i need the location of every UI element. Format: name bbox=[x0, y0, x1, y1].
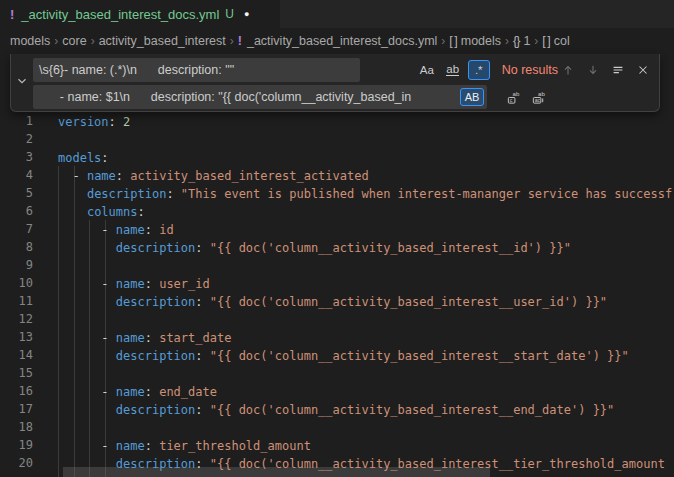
breadcrumb-item[interactable]: !_activity_based_interest_docs.yml bbox=[238, 34, 438, 48]
code-line[interactable]: 13 - name: start_date bbox=[0, 328, 674, 346]
code-line-content: description: "{{ doc('column__activity_b… bbox=[58, 403, 614, 417]
line-number: 13 bbox=[0, 328, 33, 346]
arrow-up-icon bbox=[561, 63, 575, 77]
breadcrumb-separator-icon: › bbox=[441, 34, 445, 48]
code-line[interactable]: 17 description: "{{ doc('column__activit… bbox=[0, 400, 674, 418]
whole-word-toggle[interactable]: ab bbox=[442, 60, 464, 80]
replace-input[interactable]: - name: $1\n description: "{{ doc('colum… bbox=[33, 85, 487, 109]
line-number: 18 bbox=[0, 418, 33, 436]
toggle-replace-button[interactable] bbox=[11, 54, 32, 111]
code-line[interactable]: 4 - name: activity_based_interest_activa… bbox=[0, 166, 674, 184]
code-line[interactable]: 15 bbox=[0, 364, 674, 382]
vscode-window: ! _activity_based_interest_docs.yml U ● … bbox=[0, 0, 674, 477]
previous-match-button[interactable] bbox=[558, 60, 578, 80]
replace-all-button[interactable]: ab ac bbox=[528, 87, 548, 107]
code-line[interactable]: 18 bbox=[0, 418, 674, 436]
breadcrumb-item[interactable]: [ ]col bbox=[542, 34, 569, 48]
code-line[interactable]: 19 - name: tier_threshold_amount bbox=[0, 436, 674, 454]
breadcrumb-separator-icon: › bbox=[230, 34, 234, 48]
breadcrumb-label: col bbox=[554, 34, 570, 48]
code-line-content: - name: tier_threshold_amount bbox=[58, 439, 311, 453]
breadcrumb-item[interactable]: core bbox=[62, 34, 86, 48]
replace-icon: ab c bbox=[506, 90, 521, 105]
breadcrumb-separator-icon: › bbox=[534, 34, 538, 48]
find-in-selection-button[interactable] bbox=[608, 60, 628, 80]
line-number: 16 bbox=[0, 382, 33, 400]
code-line[interactable]: 5 description: "This event is published … bbox=[0, 184, 674, 202]
code-line-content: - name: start_date bbox=[58, 331, 231, 345]
symbol-icon: {} bbox=[513, 34, 519, 48]
git-untracked-badge: U bbox=[225, 7, 234, 21]
breadcrumb-item[interactable]: models bbox=[10, 34, 50, 48]
replace-row: - name: $1\n description: "{{ doc('colum… bbox=[33, 85, 653, 109]
line-number: 19 bbox=[0, 436, 33, 454]
match-case-toggle[interactable]: Aa bbox=[416, 60, 438, 80]
editor[interactable]: 1version: 223models:4 - name: activity_b… bbox=[0, 54, 674, 477]
replace-button[interactable]: ab c bbox=[503, 87, 523, 107]
code-line[interactable]: 1version: 2 bbox=[0, 112, 674, 130]
code-line[interactable]: 3models: bbox=[0, 148, 674, 166]
code-line[interactable]: 16 - name: end_date bbox=[0, 382, 674, 400]
code-line[interactable]: 6 columns: bbox=[0, 202, 674, 220]
breadcrumb-separator-icon: › bbox=[505, 34, 509, 48]
code-line-content: models: bbox=[58, 151, 109, 165]
breadcrumb-label: _activity_based_interest_docs.yml bbox=[247, 34, 437, 48]
find-input[interactable]: \s{6}- name: (.*)\n description: "" bbox=[33, 58, 360, 82]
code-line[interactable]: 8 description: "{{ doc('column__activity… bbox=[0, 238, 674, 256]
code-line[interactable]: 11 description: "{{ doc('column__activit… bbox=[0, 292, 674, 310]
code-line[interactable]: 2 bbox=[0, 130, 674, 148]
replace-all-icon: ab ac bbox=[531, 90, 546, 105]
code-line[interactable]: 14 description: "{{ doc('column__activit… bbox=[0, 346, 674, 364]
line-number: 3 bbox=[0, 148, 33, 166]
line-number: 4 bbox=[0, 166, 33, 184]
breadcrumb-item[interactable]: [ ]models bbox=[449, 34, 501, 48]
modified-indicator-icon[interactable]: ● bbox=[244, 9, 249, 19]
code-line[interactable]: 12 bbox=[0, 310, 674, 328]
line-number: 11 bbox=[0, 292, 33, 310]
code-line[interactable]: 7 - name: id bbox=[0, 220, 674, 238]
code-line[interactable]: 10 - name: user_id bbox=[0, 274, 674, 292]
code-line[interactable]: 20 description: "{{ doc('column__activit… bbox=[0, 454, 674, 472]
breadcrumb-item[interactable]: {}1 bbox=[513, 34, 530, 48]
code-line-content: - name: end_date bbox=[58, 385, 217, 399]
svg-text:c: c bbox=[509, 97, 512, 103]
find-row: \s{6}- name: (.*)\n description: "" Aa a… bbox=[33, 58, 653, 82]
symbol-icon: [ ] bbox=[449, 34, 456, 48]
close-button[interactable] bbox=[633, 60, 653, 80]
chevron-down-icon bbox=[15, 74, 29, 92]
line-number: 6 bbox=[0, 202, 33, 220]
svg-text:ac: ac bbox=[534, 97, 540, 103]
code-line-content: description: "{{ doc('column__activity_b… bbox=[58, 349, 629, 363]
code-line-content: - name: id bbox=[58, 223, 174, 237]
code-line-content: - name: user_id bbox=[58, 277, 210, 291]
breadcrumb: models›core›activity_based_interest›!_ac… bbox=[0, 28, 674, 54]
line-number: 14 bbox=[0, 346, 33, 364]
code-area[interactable]: 1version: 223models:4 - name: activity_b… bbox=[0, 112, 674, 472]
line-number: 12 bbox=[0, 310, 33, 328]
breadcrumb-separator-icon: › bbox=[54, 34, 58, 48]
breadcrumb-label: models bbox=[461, 34, 501, 48]
breadcrumb-item[interactable]: activity_based_interest bbox=[99, 34, 226, 48]
preserve-case-toggle[interactable]: AB bbox=[460, 88, 484, 106]
code-line-content: description: "This event is published wh… bbox=[58, 187, 672, 201]
whole-word-label: ab bbox=[446, 64, 459, 76]
line-number: 8 bbox=[0, 238, 33, 256]
replace-value: - name: $1\n description: "{{ doc('colum… bbox=[39, 85, 457, 109]
line-number: 7 bbox=[0, 220, 33, 238]
breadcrumb-label: core bbox=[62, 34, 86, 48]
tab-activity-based-interest-docs[interactable]: ! _activity_based_interest_docs.yml U ● bbox=[0, 0, 280, 28]
regex-toggle[interactable]: .* bbox=[468, 60, 490, 80]
tab-filename: _activity_based_interest_docs.yml bbox=[21, 7, 219, 22]
code-line-content: columns: bbox=[58, 205, 145, 219]
line-number: 5 bbox=[0, 184, 33, 202]
yaml-file-icon: ! bbox=[238, 34, 242, 48]
code-line-content: - name: activity_based_interest_activate… bbox=[58, 169, 369, 183]
selection-lines-icon bbox=[611, 63, 625, 77]
code-line[interactable]: 9 bbox=[0, 256, 674, 274]
line-number: 1 bbox=[0, 112, 33, 130]
next-match-button[interactable] bbox=[583, 60, 603, 80]
svg-text:ab: ab bbox=[538, 90, 545, 97]
breadcrumb-separator-icon: › bbox=[91, 34, 95, 48]
close-icon bbox=[636, 63, 650, 77]
code-line-content: version: 2 bbox=[58, 115, 130, 129]
